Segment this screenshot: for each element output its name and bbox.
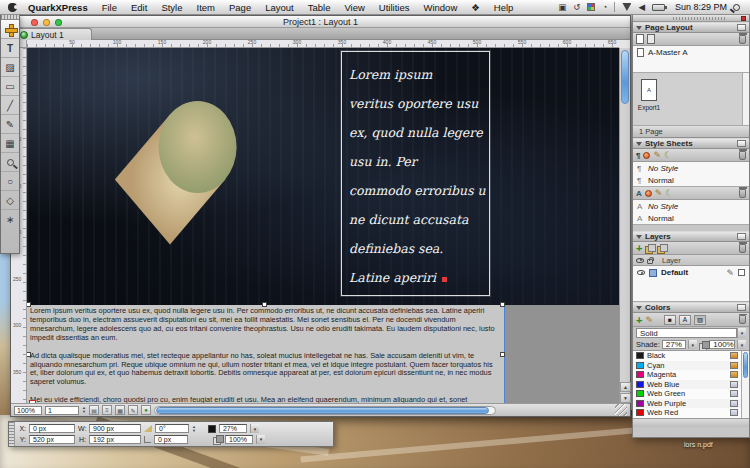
master-page-icon[interactable] [647,34,655,44]
shade-percent-field[interactable]: 27% [219,424,247,433]
apple-menu-icon[interactable] [8,3,17,12]
starburst-tool[interactable]: ∗ [1,210,19,229]
style-trash-icon[interactable] [739,189,746,198]
color-row-web-purple[interactable]: Web Purple [633,399,741,409]
dock-close-icon[interactable] [741,16,746,21]
script-text-box[interactable]: Lorem ipsum veritus oportere usu ex, quo… [341,51,490,296]
layers-header[interactable]: Layers [633,231,749,242]
page-stepper[interactable]: ▲▼ [82,406,86,414]
layer-row-default[interactable]: Default ✎ [633,266,749,279]
color-row-web-green[interactable]: Web Green [633,389,741,399]
thumbnail-view-button[interactable]: ▦ [115,405,125,415]
color-row-web-red[interactable]: Web Red [633,408,741,418]
text-color-mode-button[interactable]: A [679,315,691,325]
zoom-tool[interactable] [1,153,19,172]
dock-title-bar[interactable] [633,15,749,22]
horizontal-scroll-thumb[interactable] [156,407,489,414]
menu-style[interactable]: Style [154,0,189,15]
visibility-eye-icon[interactable] [636,258,644,263]
spaces-icon[interactable]: ▣ [558,2,566,12]
color-row-web-blue[interactable]: Web Blue [633,380,741,390]
page-thumbnail[interactable]: A [641,79,657,101]
move-to-layer-icon[interactable] [657,244,666,252]
style-row[interactable]: A No Style [633,200,749,212]
collapse-triangle-icon[interactable] [636,26,642,30]
bezier-pen-tool[interactable]: ✎ [1,115,19,134]
palette-menu-icon[interactable] [737,233,746,240]
dropdown-arrows-icon[interactable]: ▾ [737,328,746,338]
w-field[interactable]: 900 px [89,424,141,433]
tab-layout-1[interactable]: Layout 1 [16,28,92,40]
lock-icon[interactable] [647,259,653,264]
view-zoom-field[interactable]: 100% [14,406,42,415]
selection-handle-top-left[interactable] [27,302,31,307]
page-layout-header[interactable]: Page Layout [633,22,749,33]
body-text-box[interactable]: Lorem ipsum veritus oportere usu ex, quo… [27,305,504,403]
shade-combo-icon[interactable]: ▾ [250,424,259,433]
menu-page[interactable]: Page [222,0,258,15]
append-style-icon[interactable]: ☾ [665,189,673,197]
palette-menu-icon[interactable] [737,304,746,311]
layer-trash-icon[interactable] [739,244,746,253]
shade-field[interactable]: 27% [662,340,686,349]
style-row[interactable]: ¶ No Style [633,162,749,174]
picture-content-tool[interactable]: ▨ [1,58,19,77]
h-field[interactable]: 192 px [89,435,141,444]
style-row[interactable]: ¶ Normal [633,174,749,186]
palette-menu-icon[interactable] [737,140,746,147]
opacity-field[interactable]: 100% [709,340,735,349]
selection-handle-right-middle[interactable] [500,352,505,357]
page-trash-icon[interactable] [739,35,746,44]
line-tool[interactable]: ╱ [1,96,19,115]
item-tool[interactable] [1,20,19,39]
selection-handle-top-center[interactable] [262,302,267,307]
menu-utilities[interactable]: Utilities [372,0,417,15]
character-style-icon[interactable]: A [636,189,642,198]
spread-view-button[interactable]: ≡ [102,405,112,415]
selection-handle-top-right[interactable] [500,302,505,307]
new-color-icon[interactable]: + [636,315,642,325]
colors-resize-bar[interactable] [633,419,749,427]
page-area-scrollbar[interactable] [742,73,749,125]
document-canvas[interactable]: Lorem ipsum veritus oportere usu ex, quo… [27,48,619,403]
menu-file[interactable]: File [95,0,124,15]
visibility-eye-icon[interactable] [637,270,645,275]
edit-color-icon[interactable]: ✎ [645,316,653,324]
window-resize-grip[interactable] [615,404,627,416]
box-tool[interactable]: ▭ [1,77,19,96]
horizontal-scrollbar[interactable] [154,406,496,415]
opacity-combo-icon[interactable]: ▾ [256,435,265,444]
blank-page-icon[interactable] [636,34,644,44]
spotlight-icon[interactable] [733,4,740,11]
scroll-down-button[interactable]: ▼ [620,393,631,403]
menu-edit[interactable]: Edit [124,0,154,15]
wifi-icon[interactable] [622,3,631,11]
y-field[interactable]: 520 px [29,435,75,444]
page-view-button[interactable]: ▤ [89,405,99,415]
append-style-icon[interactable]: ☾ [664,151,672,159]
displays-icon[interactable] [587,3,595,11]
update-style-icon[interactable] [645,190,652,197]
menu-help[interactable]: Help [487,0,521,15]
fill-type-dropdown[interactable]: Solid [636,328,737,338]
update-style-icon[interactable] [643,152,650,159]
collapse-triangle-icon[interactable] [636,235,642,239]
preview-button[interactable]: ● [141,405,151,415]
oval-tool[interactable]: ○ [1,172,19,191]
vertical-scrollbar[interactable]: ▲ ▼ [619,48,630,403]
color-row-black[interactable]: Black [633,351,741,361]
angle-stepper[interactable]: ▲▼ [192,425,196,433]
collapse-triangle-icon[interactable] [636,306,642,310]
master-page-row[interactable]: A-Master A [633,46,749,58]
menu-table[interactable]: Table [301,0,338,15]
door-photo-box[interactable] [27,48,619,305]
opacity-percent-field[interactable]: 100% [225,435,253,444]
shape-tool[interactable]: ◇ [1,191,19,210]
menu-view[interactable]: View [337,0,371,15]
table-tool[interactable]: ▦ [1,134,19,153]
color-scroll-thumb[interactable] [743,352,748,378]
menu-clock[interactable]: Sun 8:29 PM [671,2,731,12]
edit-layer-icon[interactable]: ✎ [726,269,734,277]
color-list-scrollbar[interactable] [741,351,749,418]
corner-field[interactable]: 0 px [154,435,188,444]
